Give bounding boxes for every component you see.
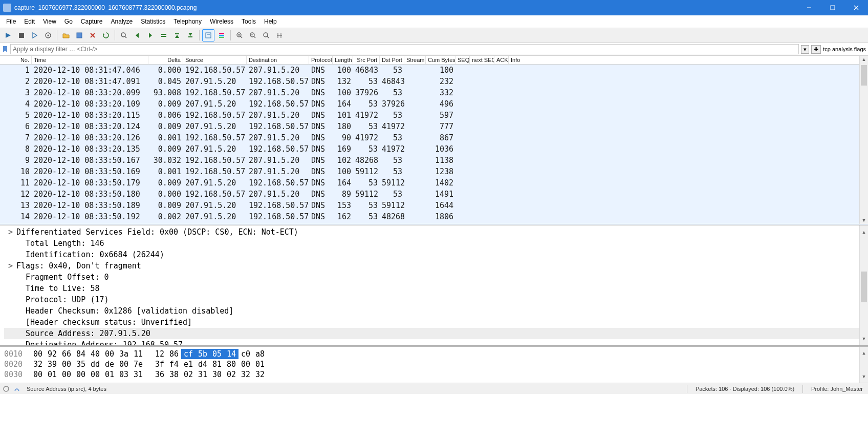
zoom-out-icon[interactable]	[247, 29, 259, 41]
svg-rect-9	[77, 33, 82, 38]
table-row[interactable]: 12020-12-10 08:31:47.0460.000192.168.50.…	[0, 65, 868, 76]
zoom-reset-icon[interactable]	[260, 29, 272, 41]
close-button[interactable]	[844, 0, 868, 15]
detail-row[interactable]: Source Address: 207.91.5.20	[4, 328, 868, 339]
details-scrollbar[interactable]: ▲ ▼	[859, 225, 868, 345]
reload-icon[interactable]	[100, 29, 112, 41]
find-packet-icon[interactable]	[118, 29, 130, 41]
autoscroll-icon[interactable]	[202, 29, 214, 41]
menu-tools[interactable]: Tools	[237, 17, 260, 26]
go-back-icon[interactable]	[131, 29, 143, 41]
save-file-icon[interactable]	[73, 29, 85, 41]
window-controls	[797, 0, 868, 15]
detail-row[interactable]: Fragment Offset: 0	[4, 272, 868, 283]
hex-row[interactable]: 003000010000000103313638023130023232	[4, 369, 864, 380]
status-profile[interactable]: Profile: John_Master	[809, 386, 865, 392]
bookmark-icon[interactable]	[2, 46, 8, 53]
svg-marker-21	[188, 33, 192, 36]
table-row[interactable]: 62020-12-10 08:33:20.1240.009207.91.5.20…	[0, 121, 868, 132]
table-row[interactable]: 42020-12-10 08:33:20.1090.009207.91.5.20…	[0, 98, 868, 110]
table-row[interactable]: 52020-12-10 08:33:20.1150.006192.168.50.…	[0, 110, 868, 121]
menu-view[interactable]: View	[39, 17, 60, 26]
expert-info-icon[interactable]	[13, 386, 20, 392]
restart-capture-icon[interactable]	[29, 29, 41, 41]
colorize-icon[interactable]	[215, 29, 228, 41]
menu-go[interactable]: Go	[60, 17, 77, 26]
svg-point-13	[121, 33, 125, 37]
start-capture-icon[interactable]	[2, 29, 14, 41]
detail-row[interactable]: Time to Live: 58	[4, 283, 868, 294]
detail-row[interactable]: >Differentiated Services Field: 0x00 (DS…	[4, 226, 868, 238]
separator	[199, 30, 200, 40]
minimize-button[interactable]	[797, 0, 821, 15]
packet-list-scrollbar[interactable]: ▲ ▼	[859, 56, 868, 224]
packet-list-body[interactable]: 12020-12-10 08:31:47.0460.000192.168.50.…	[0, 65, 868, 224]
menu-capture[interactable]: Capture	[77, 17, 107, 26]
svg-line-31	[241, 36, 242, 38]
close-file-icon[interactable]	[86, 29, 99, 41]
svg-rect-27	[219, 37, 224, 38]
status-circle-icon	[3, 386, 9, 392]
svg-rect-25	[219, 33, 224, 34]
packet-bytes-pane[interactable]: 00100092668440003a111286cf5b0514c0a80020…	[0, 347, 868, 383]
menu-analyze[interactable]: Analyze	[107, 17, 137, 26]
display-filter-input[interactable]	[10, 44, 799, 54]
svg-rect-18	[161, 36, 166, 37]
capture-options-icon[interactable]	[42, 29, 54, 41]
svg-marker-6	[33, 33, 37, 38]
detail-row[interactable]: Protocol: UDP (17)	[4, 294, 868, 305]
filter-preset-button[interactable]: tcp analysis flags	[823, 46, 866, 52]
table-row[interactable]: 32020-12-10 08:33:20.09993.008192.168.50…	[0, 87, 868, 98]
table-row[interactable]: 142020-12-10 08:33:50.1920.002207.91.5.2…	[0, 211, 868, 222]
table-row[interactable]: 92020-12-10 08:33:50.16730.032192.168.50…	[0, 155, 868, 166]
table-row[interactable]: 122020-12-10 08:33:50.1800.000192.168.50…	[0, 189, 868, 200]
svg-rect-22	[188, 36, 192, 37]
col-dstport: Dst Port	[380, 56, 404, 64]
table-row[interactable]: 22020-12-10 08:31:47.0910.045207.91.5.20…	[0, 76, 868, 87]
col-dest: Destination	[247, 56, 309, 64]
window-title: capture_1607606977.322000000_1607608777.…	[14, 4, 797, 11]
col-ack: ACK	[494, 56, 509, 64]
detail-row[interactable]: Identification: 0x6684 (26244)	[4, 249, 868, 260]
filter-expression-button[interactable]: ▾	[801, 45, 809, 54]
detail-row[interactable]: Destination Address: 192.168.50.57	[4, 339, 868, 347]
goto-first-icon[interactable]	[171, 29, 183, 41]
hex-row[interactable]: 002032390035ddde007e3ff4e1d481800001	[4, 359, 864, 369]
maximize-button[interactable]	[821, 0, 844, 15]
detail-row[interactable]: Total Length: 146	[4, 238, 868, 249]
table-row[interactable]: 152020-12-10 08:33:50.1920.000192.168.50…	[0, 222, 868, 224]
scroll-up-icon[interactable]: ▲	[860, 57, 868, 62]
menu-wireless[interactable]: Wireless	[206, 17, 237, 26]
svg-marker-16	[149, 33, 152, 38]
open-file-icon[interactable]	[60, 29, 72, 41]
svg-rect-1	[831, 6, 835, 10]
goto-packet-icon[interactable]	[158, 29, 170, 41]
packet-list-header[interactable]: No. Time Delta Source Destination Protoc…	[0, 56, 868, 65]
table-row[interactable]: 72020-12-10 08:33:20.1260.001192.168.50.…	[0, 132, 868, 143]
hex-row[interactable]: 00100092668440003a111286cf5b0514c0a8	[4, 349, 864, 359]
menu-statistics[interactable]: Statistics	[137, 17, 169, 26]
packet-details-pane[interactable]: >Differentiated Services Field: 0x00 (DS…	[0, 225, 868, 347]
menu-file[interactable]: File	[2, 17, 20, 26]
toolbar	[0, 28, 868, 43]
detail-row[interactable]: >Flags: 0x40, Don't fragment	[4, 260, 868, 272]
scroll-down-icon[interactable]: ▼	[860, 218, 868, 223]
table-row[interactable]: 132020-12-10 08:33:50.1890.009207.91.5.2…	[0, 200, 868, 211]
resize-columns-icon[interactable]	[273, 29, 286, 41]
detail-row[interactable]: Header Checksum: 0x1286 [validation disa…	[4, 305, 868, 317]
table-row[interactable]: 112020-12-10 08:33:50.1790.009207.91.5.2…	[0, 177, 868, 189]
stop-capture-icon[interactable]	[15, 29, 28, 41]
menu-telephony[interactable]: Telephony	[169, 17, 206, 26]
svg-rect-5	[19, 33, 24, 38]
table-row[interactable]: 102020-12-10 08:33:50.1690.001192.168.50…	[0, 166, 868, 177]
menu-help[interactable]: Help	[260, 17, 281, 26]
goto-last-icon[interactable]	[184, 29, 197, 41]
scroll-thumb[interactable]	[861, 65, 867, 86]
zoom-in-icon[interactable]	[233, 29, 246, 41]
go-forward-icon[interactable]	[144, 29, 157, 41]
menu-edit[interactable]: Edit	[20, 17, 39, 26]
table-row[interactable]: 82020-12-10 08:33:20.1350.009207.91.5.20…	[0, 143, 868, 155]
filter-add-button[interactable]: ✚	[811, 45, 821, 54]
bytes-scrollbar[interactable]: ▲ ▼	[859, 347, 868, 383]
detail-row[interactable]: [Header checksum status: Unverified]	[4, 317, 868, 328]
